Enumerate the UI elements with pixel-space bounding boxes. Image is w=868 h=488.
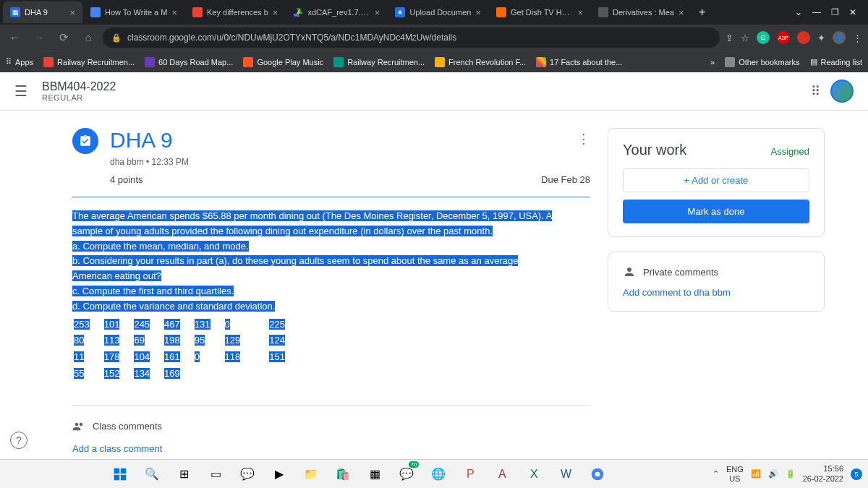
svg-rect-3 (121, 474, 127, 480)
share-icon[interactable]: ⇪ (726, 33, 733, 43)
abp-icon[interactable]: ABP (777, 31, 790, 44)
tab[interactable]: xdCAF_rev1.7.mn × (286, 1, 387, 23)
more-options-button[interactable]: ⋮ (577, 131, 590, 147)
start-button[interactable] (106, 463, 134, 486)
bookmarks-overflow[interactable]: » (710, 58, 715, 67)
nav-buttons: ← → ⟳ ⌂ (6, 31, 97, 44)
chrome-icon[interactable] (584, 463, 611, 486)
class-comments-header: Class comments (72, 420, 590, 433)
close-icon[interactable]: × (375, 7, 380, 18)
other-bookmarks[interactable]: Other bookmarks (725, 57, 799, 67)
edge-icon[interactable]: 🌐 (425, 463, 452, 486)
clock[interactable]: 15:56 26-02-2022 (803, 464, 843, 483)
profile-icon[interactable]: 👤 (833, 31, 846, 44)
wifi-icon[interactable]: 📶 (751, 469, 761, 479)
new-tab-button[interactable]: + (692, 2, 712, 22)
grammarly-icon[interactable]: G (757, 31, 770, 44)
tab[interactable]: Get Dish TV HD & × (489, 1, 590, 23)
bookmark-icon (536, 57, 546, 67)
language-indicator[interactable]: ENG US (726, 465, 744, 482)
close-icon[interactable]: × (678, 7, 684, 18)
tab-title: DHA 9 (25, 8, 65, 17)
maximize-icon[interactable]: ❐ (831, 7, 839, 17)
minimize-icon[interactable]: — (812, 7, 821, 17)
close-icon[interactable]: × (69, 7, 75, 18)
record-icon[interactable] (797, 31, 810, 44)
media-player-icon[interactable]: ▶ (265, 463, 293, 486)
bookmark-item[interactable]: 60 Days Road Map... (145, 57, 233, 67)
taskbar-center: 🔍 ⊞ ▭ 💬 ▶ 📁 🛍️ ▦ 💬70 🌐 P A X W (106, 463, 611, 486)
store-icon[interactable]: 🛍️ (329, 463, 357, 486)
home-button[interactable]: ⌂ (80, 31, 97, 44)
person-icon (623, 265, 636, 278)
add-or-create-button[interactable]: + Add or create (623, 168, 809, 192)
tab[interactable]: Key differences b × (185, 1, 285, 23)
bookmark-item[interactable]: French Revolution F... (435, 57, 526, 67)
chat-icon[interactable]: 💬 (234, 463, 261, 486)
close-icon[interactable]: × (577, 7, 583, 18)
menu-button[interactable]: ☰ (14, 82, 27, 100)
data-table: 2531012454671310225 801136919895129124 1… (72, 316, 299, 383)
excel-icon[interactable]: X (520, 463, 548, 486)
bookmark-item[interactable]: 17 Facts about the... (536, 57, 622, 67)
mark-done-button[interactable]: Mark as done (623, 200, 809, 223)
svg-rect-2 (114, 474, 120, 480)
window-controls: ⌄ — ❐ ✕ (786, 7, 865, 17)
assignment-meta: dha bbm • 12:33 PM (110, 157, 590, 167)
close-icon[interactable]: × (171, 7, 177, 18)
task-view-button[interactable]: ⊞ (170, 463, 197, 486)
powerpoint-icon[interactable]: P (456, 463, 484, 486)
tab-title: xdCAF_rev1.7.mn (307, 8, 370, 17)
apps-button[interactable]: ⠿Apps (6, 57, 33, 67)
divider (72, 197, 590, 197)
google-apps-icon[interactable]: ⠿ (811, 83, 820, 99)
reading-list[interactable]: ▤Reading list (810, 57, 862, 67)
tab-title: Derivatives : Mea (613, 8, 674, 17)
bookmark-item[interactable]: Railway Recruitmen... (43, 57, 135, 67)
forward-button[interactable]: → (30, 31, 48, 44)
chevron-down-icon[interactable]: ⌄ (795, 7, 802, 17)
bookmark-item[interactable]: Railway Recruitmen... (333, 57, 425, 67)
reload-button[interactable]: ⟳ (55, 31, 72, 44)
tray-chevron[interactable]: ⌃ (712, 469, 719, 479)
private-comments-header: Private comments (623, 265, 809, 278)
bookmark-icon (435, 57, 445, 67)
file-explorer-icon[interactable]: 📁 (297, 463, 325, 486)
url-text: classroom.google.com/u/0/c/NDUwMjU2OTYxN… (127, 33, 456, 43)
app-icon[interactable]: ▦ (361, 463, 388, 486)
tab[interactable]: ★ Upload Documen × (388, 1, 488, 23)
volume-icon[interactable]: 🔊 (768, 469, 778, 479)
favicon (496, 7, 506, 17)
close-window-icon[interactable]: ✕ (849, 7, 856, 17)
tab-active[interactable]: ▦ DHA 9 × (3, 1, 82, 23)
back-button[interactable]: ← (6, 31, 23, 44)
search-button[interactable]: 🔍 (138, 463, 166, 486)
add-class-comment[interactable]: Add a class comment (72, 443, 590, 454)
close-icon[interactable]: × (475, 7, 481, 18)
notifications-badge[interactable]: 5 (851, 468, 862, 480)
question-body: The average American spends $65.88 per m… (72, 209, 590, 383)
user-avatar[interactable] (830, 80, 854, 103)
url-input[interactable]: 🔒 classroom.google.com/u/0/c/NDUwMjU2OTY… (103, 27, 720, 48)
whatsapp-icon[interactable]: 💬70 (393, 463, 420, 486)
battery-icon[interactable]: 🔋 (786, 469, 796, 479)
table-row: 2531012454671310225 (74, 317, 298, 333)
classroom-page: ☰ BBM404-2022 REGULAR ⠿ DHA 9 dha bbm • … (0, 72, 868, 459)
add-private-comment[interactable]: Add comment to dha bbm (623, 287, 809, 298)
tab[interactable]: How To Write a M × (83, 1, 184, 23)
taskbar: 🔍 ⊞ ▭ 💬 ▶ 📁 🛍️ ▦ 💬70 🌐 P A X W ⌃ ENG US … (0, 459, 868, 488)
tab[interactable]: Derivatives : Mea × (591, 1, 692, 23)
widgets-button[interactable]: ▭ (202, 463, 229, 486)
word-icon[interactable]: W (552, 463, 579, 486)
svg-point-5 (595, 471, 600, 476)
folder-icon (725, 57, 735, 67)
course-subtitle: REGULAR (42, 93, 116, 102)
star-icon[interactable]: ☆ (741, 33, 749, 43)
close-icon[interactable]: × (273, 7, 278, 18)
extension-icons: ⇪ ☆ G ABP ✦ 👤 ⋮ (726, 31, 862, 44)
extensions-icon[interactable]: ✦ (817, 33, 825, 43)
help-button[interactable]: ? (10, 432, 27, 449)
bookmark-item[interactable]: Google Play Music (243, 57, 323, 67)
menu-icon[interactable]: ⋮ (853, 33, 862, 43)
access-icon[interactable]: A (488, 463, 516, 486)
